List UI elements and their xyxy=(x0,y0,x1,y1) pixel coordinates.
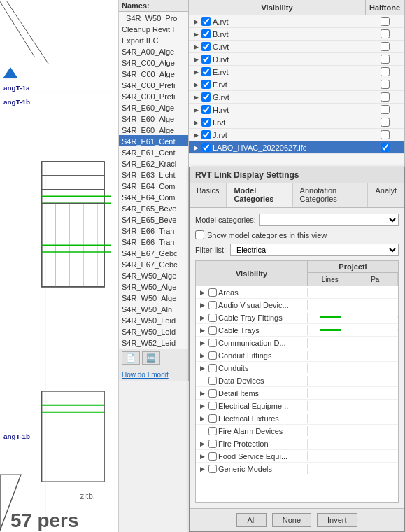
link-expand-icon[interactable]: ▶ xyxy=(192,118,200,127)
halftone-checkbox[interactable] xyxy=(381,67,390,76)
names-list-item[interactable]: S4R_C00_Alge xyxy=(119,57,188,68)
link-checkbox[interactable] xyxy=(201,55,211,64)
names-list-item[interactable]: S4R_C00_Alge xyxy=(119,68,188,79)
cat-checkbox[interactable] xyxy=(208,377,217,385)
cat-checkbox[interactable] xyxy=(208,326,217,335)
cat-expand-icon[interactable]: ▶ xyxy=(197,313,207,323)
cat-expand-icon[interactable]: ▶ xyxy=(197,388,207,398)
cat-checkbox[interactable] xyxy=(208,414,217,423)
link-row[interactable]: ▶ C.rvt xyxy=(189,41,404,53)
icon-btn-2[interactable]: 🔤 xyxy=(142,351,160,365)
link-expand-icon[interactable]: ▶ xyxy=(192,55,200,64)
link-checkbox[interactable] xyxy=(201,92,211,102)
category-row[interactable]: ▶ Communication D... xyxy=(196,337,398,349)
cat-expand-icon[interactable] xyxy=(197,376,207,386)
link-row[interactable]: ▶ J.rvt xyxy=(189,129,404,141)
halftone-checkbox[interactable] xyxy=(381,55,390,64)
halftone-checkbox[interactable] xyxy=(381,42,390,51)
cat-checkbox[interactable] xyxy=(208,427,217,435)
link-checkbox[interactable] xyxy=(201,143,211,152)
halftone-checkbox[interactable] xyxy=(381,80,390,89)
link-row[interactable]: ▶ E.rvt xyxy=(189,66,404,78)
names-list-item[interactable]: S4R_A00_Alge xyxy=(119,46,188,57)
names-list-item[interactable]: S4R_E62_Kracl xyxy=(119,158,188,169)
names-list-item[interactable]: S4R_E64_Com xyxy=(119,180,188,191)
dialog-btn-all[interactable]: All xyxy=(236,513,266,527)
cat-expand-icon[interactable]: ▶ xyxy=(197,351,207,360)
dialog-tab-annotation-categories[interactable]: Annotation Categories xyxy=(293,183,369,207)
category-row[interactable]: ▶ Fire Protection xyxy=(196,438,398,450)
category-row[interactable]: ▶ Areas xyxy=(196,286,398,299)
link-expand-icon[interactable]: ▶ xyxy=(192,106,200,114)
names-list-item[interactable]: S4R_E60_Alge xyxy=(119,102,188,113)
link-checkbox[interactable] xyxy=(201,67,211,76)
dialog-btn-invert[interactable]: Invert xyxy=(317,513,357,527)
cat-expand-icon[interactable]: ▶ xyxy=(197,338,207,348)
names-list-item[interactable]: S4R_E67_Gebc xyxy=(119,258,188,270)
cat-checkbox[interactable] xyxy=(208,389,217,398)
names-list-item[interactable]: Export IFC xyxy=(119,34,188,46)
filter-select[interactable]: Electrical xyxy=(230,244,399,256)
dialog-tab-analyt[interactable]: Analyt xyxy=(368,183,404,207)
icon-btn-1[interactable]: 📄 xyxy=(122,351,140,365)
link-expand-icon[interactable]: ▶ xyxy=(192,30,200,38)
cat-checkbox[interactable] xyxy=(208,465,217,473)
cat-expand-icon[interactable]: ▶ xyxy=(197,300,207,310)
link-checkbox[interactable] xyxy=(201,130,211,139)
halftone-checkbox[interactable] xyxy=(381,29,390,38)
names-list-item[interactable]: S4R_C00_Prefi xyxy=(119,79,188,90)
names-list-item[interactable]: S4R_E63_Licht xyxy=(119,169,188,180)
category-row[interactable]: ▶ Electrical Fixtures xyxy=(196,412,398,425)
names-list-item[interactable]: S4R_W50_Leid xyxy=(119,314,188,326)
how-do-i-link[interactable]: How do I modif xyxy=(122,371,169,379)
names-list-item[interactable]: S4R_E61_Cent xyxy=(119,146,188,158)
link-checkbox[interactable] xyxy=(201,80,211,89)
names-list-item[interactable]: S4R_W50_Alge xyxy=(119,270,188,281)
link-checkbox[interactable] xyxy=(201,17,211,26)
halftone-checkbox[interactable] xyxy=(381,143,390,152)
halftone-checkbox[interactable] xyxy=(381,17,390,26)
cat-checkbox[interactable] xyxy=(208,402,217,410)
link-expand-icon[interactable]: ▶ xyxy=(192,43,200,51)
names-list-item[interactable]: S4R_W50_Aln xyxy=(119,303,188,314)
names-list-item[interactable]: S4R_E65_Beve xyxy=(119,202,188,214)
cat-expand-icon[interactable]: ▶ xyxy=(197,451,207,461)
category-row[interactable]: ▶ Audio Visual Devic... xyxy=(196,299,398,312)
names-list-item[interactable]: S4R_E65_Beve xyxy=(119,214,188,225)
halftone-checkbox[interactable] xyxy=(381,118,390,127)
names-list-item[interactable]: S4R_E60_Alge xyxy=(119,113,188,124)
names-list-item[interactable]: S4R_E67_Gebc xyxy=(119,247,188,258)
link-row[interactable]: ▶ H.rvt xyxy=(189,104,404,116)
link-expand-icon[interactable]: ▶ xyxy=(192,80,200,89)
names-list-item[interactable]: S4R_E66_Tran xyxy=(119,225,188,236)
category-row[interactable]: Data Devices xyxy=(196,374,398,387)
cat-expand-icon[interactable] xyxy=(197,426,207,436)
cat-expand-icon[interactable]: ▶ xyxy=(197,464,207,474)
category-list[interactable]: ▶ Areas ▶ Audio Visual Devic... ▶ Cable … xyxy=(196,286,398,502)
link-row[interactable]: ▶ D.rvt xyxy=(189,53,404,66)
names-list-item[interactable]: Cleanup Revit I xyxy=(119,23,188,34)
link-row[interactable]: ▶ F.rvt xyxy=(189,78,404,91)
category-row[interactable]: ▶ Food Service Equi... xyxy=(196,450,398,463)
halftone-checkbox[interactable] xyxy=(381,105,390,114)
dialog-tab-basics[interactable]: Basics xyxy=(190,183,227,207)
names-list[interactable]: _S4R_W50_ProCleanup Revit IExport IFCS4R… xyxy=(119,12,188,349)
show-model-checkbox[interactable] xyxy=(195,230,204,239)
link-expand-icon[interactable]: ▶ xyxy=(192,93,200,102)
category-row[interactable]: ▶ Cable Trays xyxy=(196,324,398,337)
link-expand-icon[interactable]: ▶ xyxy=(192,131,200,139)
link-row[interactable]: ▶ I.rvt xyxy=(189,116,404,129)
link-checkbox[interactable] xyxy=(201,118,211,127)
cat-checkbox[interactable] xyxy=(208,440,217,448)
cat-expand-icon[interactable]: ▶ xyxy=(197,401,207,411)
category-row[interactable]: ▶ Generic Models xyxy=(196,463,398,475)
category-row[interactable]: ▶ Detail Items xyxy=(196,387,398,400)
link-row[interactable]: ▶ A.rvt xyxy=(189,15,404,28)
names-list-item[interactable]: S4R_E66_Tran xyxy=(119,236,188,247)
cat-checkbox[interactable] xyxy=(208,351,217,360)
halftone-checkbox[interactable] xyxy=(381,92,390,102)
cat-expand-icon[interactable]: ▶ xyxy=(197,326,207,335)
cat-checkbox[interactable] xyxy=(208,288,217,297)
link-expand-icon[interactable]: ▶ xyxy=(192,68,200,76)
names-list-item[interactable]: S4R_E61_Cent xyxy=(119,135,188,146)
